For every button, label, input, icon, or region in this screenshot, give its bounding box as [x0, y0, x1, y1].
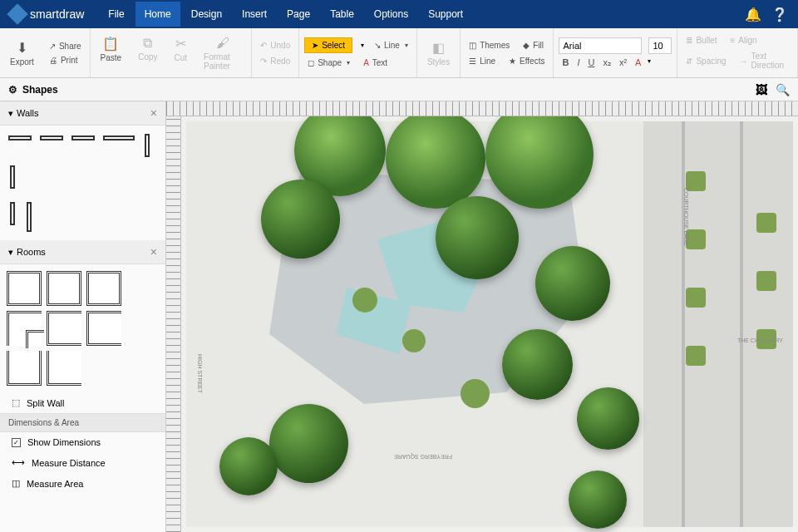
- styles-icon: ◧: [432, 40, 445, 56]
- wall-shape[interactable]: [40, 135, 63, 140]
- close-icon[interactable]: ×: [150, 245, 157, 259]
- text-button[interactable]: AText: [360, 57, 391, 69]
- menu-support[interactable]: Support: [419, 2, 472, 27]
- menubar-right: 🔔 ❔: [745, 7, 788, 22]
- print-icon: 🖨: [49, 56, 57, 65]
- menu-table[interactable]: Table: [321, 2, 363, 27]
- shape-button[interactable]: ◻Shape▾: [304, 57, 353, 69]
- bullet-icon: ≣: [686, 36, 692, 45]
- font-name-input[interactable]: [559, 37, 642, 54]
- notification-icon[interactable]: 🔔: [745, 7, 761, 22]
- split-wall-button[interactable]: ⬚ Split Wall: [0, 392, 165, 413]
- walls-panel-header[interactable]: ▾ Walls ×: [0, 101, 165, 126]
- menu-insert[interactable]: Insert: [233, 2, 276, 27]
- app-name: smartdraw: [30, 7, 84, 21]
- font-color-button[interactable]: A: [632, 57, 644, 68]
- wall-shape[interactable]: [71, 135, 95, 140]
- cut-button[interactable]: ✂ Cut: [170, 34, 193, 72]
- room-shape[interactable]: [86, 311, 121, 346]
- text-direction-button[interactable]: →Text Direction: [736, 50, 792, 71]
- subscript-button[interactable]: x²: [616, 57, 630, 68]
- paste-button[interactable]: 📋 Paste: [96, 34, 127, 72]
- styles-button[interactable]: ◧ Styles: [422, 38, 455, 68]
- measure-distance-button[interactable]: ⟷ Measure Distance: [0, 452, 165, 473]
- room-shape[interactable]: [47, 311, 81, 346]
- gear-icon[interactable]: ⚙: [8, 84, 17, 96]
- themes-button[interactable]: ◫Themes: [466, 39, 513, 52]
- format-painter-icon: 🖌: [216, 36, 229, 51]
- ribbon-group-styles: ◧ Styles: [417, 28, 461, 77]
- menu-options[interactable]: Options: [365, 2, 417, 27]
- format-painter-button[interactable]: 🖌 Format Painter: [199, 34, 246, 72]
- landscape-plan[interactable]: HIGH STREET FREYBERG SQUARE COURTHOUSE L…: [186, 121, 793, 527]
- help-icon[interactable]: ❔: [771, 7, 788, 22]
- show-dimensions-toggle[interactable]: ✓ Show Dimensions: [0, 432, 165, 452]
- line-icon: ↘: [374, 41, 381, 50]
- wall-shape[interactable]: [103, 135, 135, 140]
- shapes-header: ⚙ Shapes 🖼 🔍: [0, 78, 798, 101]
- effects-icon: ★: [509, 57, 516, 66]
- effects-button[interactable]: ★Effects: [505, 55, 548, 67]
- bullet-button[interactable]: ≣Bullet: [682, 34, 720, 47]
- superscript-button[interactable]: x₂: [599, 57, 614, 68]
- app-logo: smartdraw: [10, 7, 84, 22]
- themes-icon: ◫: [469, 41, 476, 50]
- close-icon[interactable]: ×: [150, 106, 157, 120]
- room-shape[interactable]: [7, 351, 42, 386]
- align-icon: ≡: [730, 36, 735, 45]
- font-size-input[interactable]: [648, 37, 672, 54]
- room-shape[interactable]: [86, 271, 121, 306]
- redo-button[interactable]: ↷Redo: [257, 55, 293, 67]
- menu-file[interactable]: File: [99, 2, 133, 27]
- line-style-button[interactable]: ☰Line: [466, 55, 499, 67]
- bold-button[interactable]: B: [559, 57, 572, 68]
- menu-home[interactable]: Home: [135, 2, 180, 27]
- wall-shape[interactable]: [10, 165, 15, 189]
- wall-shape[interactable]: [10, 202, 15, 225]
- ruler-vertical[interactable]: [166, 116, 181, 532]
- image-icon[interactable]: 🖼: [756, 83, 767, 96]
- undo-button[interactable]: ↶Undo: [257, 39, 293, 52]
- chevron-down-icon: ▾: [8, 108, 13, 119]
- export-button[interactable]: ⬇ Export: [5, 38, 39, 68]
- dimensions-section: Dimensions & Area: [0, 413, 165, 432]
- rooms-panel-header[interactable]: ▾ Rooms ×: [0, 240, 165, 264]
- menu-design[interactable]: Design: [182, 2, 231, 27]
- sidebar: ▾ Walls × ▾ Rooms ×: [0, 101, 166, 532]
- italic-button[interactable]: I: [574, 57, 583, 68]
- redo-icon: ↷: [260, 57, 267, 66]
- cut-icon: ✂: [175, 36, 186, 52]
- copy-button[interactable]: ⧉ Copy: [133, 34, 162, 72]
- canvas[interactable]: HIGH STREET FREYBERG SQUARE COURTHOUSE L…: [181, 116, 798, 532]
- ribbon-group-tools: ➤Select ▾ ↘Line▾ ◻Shape▾ AText: [299, 28, 417, 77]
- share-icon: ↗: [49, 42, 56, 51]
- wall-shape[interactable]: [27, 202, 32, 232]
- search-icon[interactable]: 🔍: [776, 83, 790, 96]
- ruler-horizontal[interactable]: [166, 101, 798, 116]
- underline-button[interactable]: U: [584, 57, 598, 68]
- menu-items: File Home Design Insert Page Table Optio…: [99, 2, 472, 27]
- share-button[interactable]: ↗Share: [46, 40, 85, 52]
- ribbon-group-file: ⬇ Export ↗Share 🖨Print: [0, 28, 91, 77]
- shape-caret-icon: ▾: [347, 59, 350, 66]
- ribbon-group-history: ↶Undo ↷Redo: [252, 28, 299, 77]
- spacing-button[interactable]: ⇵Spacing: [682, 50, 729, 71]
- select-caret-icon[interactable]: ▾: [361, 42, 364, 49]
- font-color-caret-icon[interactable]: ▾: [648, 57, 651, 68]
- line-button[interactable]: ↘Line▾: [371, 39, 411, 52]
- print-button[interactable]: 🖨Print: [46, 54, 85, 66]
- wall-shape[interactable]: [145, 134, 150, 157]
- align-button[interactable]: ≡Align: [727, 34, 760, 47]
- line-style-icon: ☰: [469, 57, 476, 66]
- rooms-panel-body: [0, 264, 165, 392]
- room-shape[interactable]: [7, 271, 42, 306]
- wall-shape[interactable]: [8, 135, 32, 140]
- fill-icon: ◆: [523, 41, 530, 50]
- room-shape[interactable]: [47, 351, 81, 386]
- select-button[interactable]: ➤Select: [304, 37, 352, 53]
- measure-area-button[interactable]: ◫ Measure Area: [0, 473, 165, 494]
- room-shape[interactable]: [47, 271, 81, 306]
- label-freyberg: FREYBERG SQUARE: [394, 454, 452, 460]
- menu-page[interactable]: Page: [278, 2, 319, 27]
- fill-button[interactable]: ◆Fill: [520, 39, 547, 52]
